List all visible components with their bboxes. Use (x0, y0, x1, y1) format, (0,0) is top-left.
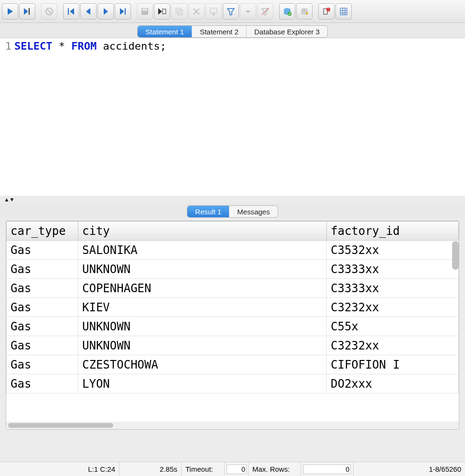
svg-line-4 (47, 10, 51, 13)
sql-rest: accidents; (97, 40, 166, 52)
insert-row-button[interactable] (154, 3, 170, 20)
max-rows-input[interactable] (303, 465, 351, 474)
table-cell[interactable]: C3232xx (327, 336, 459, 355)
max-rows-label: Max. Rows: (249, 462, 301, 476)
result-grid[interactable]: car_type city factory_id GasSALONIKAC353… (6, 221, 459, 422)
svg-rect-5 (68, 8, 69, 15)
status-bar: L:1 C:24 2.85s Timeout: Max. Rows: 1-8/6… (0, 462, 465, 476)
timeout-label: Timeout: (182, 462, 225, 476)
table-cell[interactable]: KIEV (78, 298, 327, 317)
table-row[interactable]: GasKIEVC3232xx (7, 298, 459, 317)
svg-marker-7 (86, 8, 90, 15)
table-row[interactable]: GasCZESTOCHOWACIFOFION I (7, 355, 459, 374)
result-pane: car_type city factory_id GasSALONIKAC353… (6, 221, 459, 430)
tab-database-explorer-3[interactable]: Database Explorer 3 (247, 26, 327, 37)
table-cell[interactable]: Gas (7, 260, 78, 279)
scrollbar-thumb[interactable] (8, 423, 113, 428)
column-header-car_type[interactable]: car_type (7, 222, 78, 241)
pane-splitter[interactable]: ▲▼ (0, 196, 465, 203)
splitter-handle-icon: ▲▼ (4, 197, 14, 202)
table-row[interactable]: GasUNKNOWNC3333xx (7, 260, 459, 279)
svg-rect-15 (176, 8, 181, 13)
clear-filter-button[interactable] (257, 3, 273, 20)
table-cell[interactable]: UNKNOWN (78, 260, 327, 279)
result-tab-bar: Result 1 Messages (0, 203, 465, 218)
table-cell[interactable]: Gas (7, 241, 78, 260)
first-record-button[interactable] (63, 3, 79, 20)
svg-rect-2 (29, 8, 30, 15)
svg-rect-14 (162, 9, 166, 14)
tab-statement-2[interactable]: Statement 2 (192, 26, 247, 37)
run-button[interactable] (2, 3, 18, 20)
tab-result-1[interactable]: Result 1 (187, 206, 229, 217)
svg-rect-19 (210, 8, 217, 13)
svg-marker-22 (246, 11, 250, 13)
horizontal-scrollbar[interactable] (6, 422, 459, 429)
table-cell[interactable]: Gas (7, 279, 78, 298)
table-cell[interactable]: C3232xx (327, 298, 459, 317)
vertical-scrollbar[interactable] (452, 241, 459, 270)
svg-marker-1 (24, 8, 28, 15)
keyword-select: SELECT (14, 40, 52, 52)
table-cell[interactable]: UNKNOWN (78, 336, 327, 355)
table-row[interactable]: GasCOPENHAGENC3333xx (7, 279, 459, 298)
line-gutter: 1 (0, 38, 13, 196)
table-cell[interactable]: C3532xx (327, 241, 459, 260)
last-record-button[interactable] (115, 3, 131, 20)
row-range: 1-8/65260 (354, 462, 465, 476)
svg-rect-12 (142, 9, 147, 11)
timeout-input[interactable] (227, 465, 247, 474)
cursor-position: L:1 C:24 (0, 462, 119, 476)
table-cell[interactable]: C3333xx (327, 279, 459, 298)
table-cell[interactable]: CZESTOCHOWA (78, 355, 327, 374)
stop-button[interactable] (41, 3, 57, 20)
column-header-factory_id[interactable]: factory_id (327, 222, 459, 241)
delete-row-button[interactable] (188, 3, 205, 20)
table-cell[interactable]: LYON (78, 374, 327, 393)
filter-dropdown-button[interactable] (240, 3, 256, 20)
run-to-cursor-button[interactable] (19, 3, 35, 20)
sql-code[interactable]: SELECT * FROM accidents; (13, 38, 465, 196)
table-cell[interactable]: COPENHAGEN (78, 279, 327, 298)
commit-button[interactable] (279, 3, 295, 20)
svg-marker-0 (8, 8, 13, 15)
svg-rect-35 (340, 8, 347, 15)
svg-rect-16 (178, 10, 183, 15)
table-cell[interactable]: Gas (7, 298, 78, 317)
svg-marker-13 (158, 8, 162, 15)
table-cell[interactable]: Gas (7, 336, 78, 355)
table-cell[interactable]: Gas (7, 355, 78, 374)
table-cell[interactable]: SALONIKA (78, 241, 327, 260)
sql-star: * (52, 40, 71, 52)
table-cell[interactable]: C3333xx (327, 260, 459, 279)
rollback-button[interactable] (296, 3, 313, 20)
table-cell[interactable]: CIFOFION I (327, 355, 459, 374)
table-cell[interactable]: Gas (7, 374, 78, 393)
sql-editor[interactable]: 1 SELECT * FROM accidents; (0, 38, 465, 196)
svg-marker-9 (120, 8, 124, 15)
table-cell[interactable]: C55x (327, 317, 459, 336)
tab-statement-1[interactable]: Statement 1 (138, 26, 192, 37)
filter-button[interactable] (223, 3, 239, 20)
table-cell[interactable]: Gas (7, 317, 78, 336)
error-log-button[interactable]: ! (318, 3, 335, 20)
svg-marker-8 (104, 8, 108, 15)
prev-record-button[interactable] (80, 3, 97, 20)
column-header-city[interactable]: city (78, 222, 327, 241)
table-row[interactable]: GasUNKNOWNC55x (7, 317, 459, 336)
svg-marker-20 (212, 14, 215, 16)
grid-view-button[interactable] (335, 3, 352, 20)
table-row[interactable]: GasLYONDO2xxx (7, 374, 459, 393)
editor-tab-bar: Statement 1 Statement 2 Database Explore… (0, 23, 465, 38)
table-cell[interactable]: DO2xxx (327, 374, 459, 393)
table-cell[interactable]: UNKNOWN (78, 317, 327, 336)
next-record-button[interactable] (97, 3, 114, 20)
tab-messages[interactable]: Messages (229, 206, 277, 217)
table-row[interactable]: GasSALONIKAC3532xx (7, 241, 459, 260)
grid-options-button[interactable] (205, 3, 222, 20)
elapsed-time: 2.85s (119, 462, 182, 476)
save-button[interactable] (137, 3, 153, 20)
table-row[interactable]: GasUNKNOWNC3232xx (7, 336, 459, 355)
duplicate-row-button[interactable] (171, 3, 187, 20)
svg-marker-6 (70, 8, 74, 15)
